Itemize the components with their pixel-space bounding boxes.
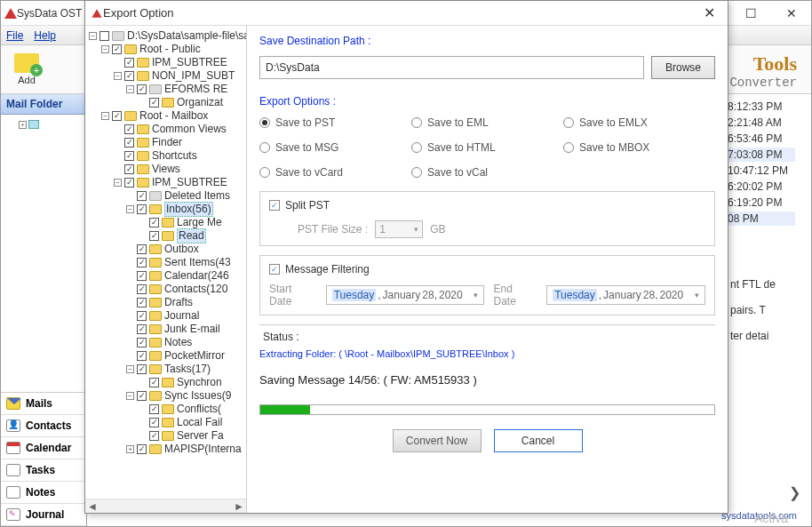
tree-checkbox[interactable]	[149, 418, 159, 427]
tree-node[interactable]: IPM_SUBTREE	[89, 56, 246, 69]
tree-checkbox[interactable]	[124, 151, 134, 161]
tree-node[interactable]: Finder	[89, 136, 246, 149]
collapse-icon[interactable]: −	[101, 45, 109, 53]
menu-file[interactable]: File	[6, 29, 23, 42]
tree-checkbox[interactable]	[112, 44, 122, 54]
tree-checkbox[interactable]	[124, 71, 134, 81]
tree-checkbox[interactable]	[112, 111, 122, 121]
time-row[interactable]: 7:03:08 PM	[724, 148, 795, 162]
time-row[interactable]: 6:20:02 PM	[724, 180, 795, 194]
tree-node[interactable]: PocketMirror	[89, 349, 246, 363]
tree-node[interactable]: Read	[89, 229, 246, 243]
collapse-icon[interactable]: −	[114, 179, 122, 187]
export-option[interactable]: Save to PST	[259, 116, 411, 129]
time-row[interactable]: 10:47:12 PM	[724, 164, 795, 178]
cancel-button[interactable]: Cancel	[494, 429, 583, 452]
export-option[interactable]: Save to HTML	[411, 141, 563, 154]
tree-checkbox[interactable]	[149, 98, 159, 108]
tree-node[interactable]: Outbox	[89, 243, 246, 256]
time-row[interactable]: 6:19:20 PM	[724, 196, 795, 210]
start-date-picker[interactable]: Tuesday , January 28, 2020	[326, 285, 485, 305]
tree-node[interactable]: −Root - Mailbox	[89, 109, 246, 123]
tree-checkbox[interactable]	[124, 58, 134, 68]
tree-checkbox[interactable]	[137, 271, 147, 281]
maximize-button[interactable]: ☐	[731, 1, 771, 26]
tree-node[interactable]: Large Me	[89, 216, 246, 229]
menu-help[interactable]: Help	[34, 29, 56, 42]
tree-checkbox[interactable]	[100, 31, 109, 41]
tree-checkbox[interactable]	[137, 364, 147, 374]
collapse-icon[interactable]: −	[126, 365, 134, 373]
time-row[interactable]: 2:21:48 AM	[724, 116, 795, 130]
convert-button[interactable]: Convert Now	[393, 429, 482, 452]
close-button[interactable]: ✕	[771, 1, 811, 26]
nav-tasks[interactable]: Tasks	[1, 459, 86, 482]
tree-node[interactable]: Contacts(120	[89, 283, 246, 296]
tree-node[interactable]: Shortcuts	[89, 149, 246, 163]
time-row[interactable]: 8:12:33 PM	[724, 100, 795, 114]
tree-checkbox[interactable]	[137, 258, 147, 267]
tree-checkbox[interactable]	[137, 191, 147, 201]
collapse-icon[interactable]: −	[126, 85, 134, 93]
tree-node[interactable]: −EFORMS RE	[89, 83, 246, 96]
tree-node[interactable]: Sent Items(43	[89, 256, 246, 269]
tree-checkbox[interactable]	[124, 164, 134, 174]
tree-node[interactable]: Drafts	[89, 296, 246, 309]
end-date-picker[interactable]: Tuesday , January 28, 2020	[546, 285, 705, 305]
nav-calendar[interactable]: Calendar	[1, 437, 86, 459]
tree-hscrollbar[interactable]: ◄►	[85, 499, 246, 513]
scroll-right-icon[interactable]: ❯	[789, 484, 800, 501]
tree-node[interactable]: Journal	[89, 309, 246, 323]
tree-node[interactable]: −Sync Issues(9	[89, 389, 246, 403]
collapse-icon[interactable]: −	[114, 72, 122, 80]
split-pst-checkbox[interactable]	[269, 200, 280, 211]
nav-contacts[interactable]: Contacts	[1, 415, 86, 437]
tree-node[interactable]: Synchron	[89, 376, 246, 389]
save-path-input[interactable]: D:\SysData	[259, 56, 644, 79]
export-option[interactable]: Save to EMLX	[563, 116, 715, 129]
time-row[interactable]: 6:53:46 PM	[724, 132, 795, 146]
tree-node[interactable]: −IPM_SUBTREE	[89, 176, 246, 189]
tree-checkbox[interactable]	[137, 204, 147, 214]
expand-icon[interactable]: +	[126, 445, 134, 453]
tree-node[interactable]: −Root - Public	[89, 43, 246, 56]
nav-mails[interactable]: Mails	[1, 393, 86, 415]
expand-icon[interactable]: +	[19, 121, 27, 129]
tree-node[interactable]: Notes	[89, 336, 246, 349]
tree-checkbox[interactable]	[137, 324, 147, 334]
pst-size-select[interactable]: 1	[375, 220, 423, 238]
tree-checkbox[interactable]	[149, 231, 159, 241]
nav-journal[interactable]: Journal	[1, 504, 86, 526]
collapse-icon[interactable]: −	[101, 112, 109, 120]
tree-node[interactable]: −Inbox(56)	[89, 203, 246, 216]
tree-node[interactable]: −NON_IPM_SUBT	[89, 69, 246, 83]
tree-node[interactable]: Junk E-mail	[89, 323, 246, 336]
tree-checkbox[interactable]	[149, 218, 159, 228]
tree-checkbox[interactable]	[137, 444, 147, 454]
tree-checkbox[interactable]	[137, 311, 147, 321]
tree-node[interactable]: Local Fail	[89, 416, 246, 429]
folder-tree[interactable]: −D:\SysData\sample-file\sa−Root - Public…	[85, 26, 246, 474]
tree-checkbox[interactable]	[137, 244, 147, 254]
tree-checkbox[interactable]	[137, 391, 147, 401]
export-option[interactable]: Save to EML	[411, 116, 563, 129]
tree-node[interactable]: +MAPISP(Interna	[89, 443, 246, 456]
tree-node[interactable]: −Tasks(17)	[89, 363, 246, 376]
add-button[interactable]: Add	[4, 53, 49, 85]
nav-notes[interactable]: Notes	[1, 482, 86, 504]
tree-checkbox[interactable]	[124, 178, 134, 188]
tree-node[interactable]: Calendar(246	[89, 269, 246, 283]
export-option[interactable]: Save to vCal	[411, 166, 563, 179]
tree-node[interactable]: Organizat	[89, 96, 246, 109]
tree-node[interactable]: Conflicts(	[89, 403, 246, 416]
export-option[interactable]: Save to MSG	[259, 141, 411, 154]
export-option[interactable]: Save to MBOX	[563, 141, 715, 154]
tree-checkbox[interactable]	[149, 404, 159, 414]
message-filter-checkbox[interactable]	[269, 264, 280, 275]
tree-checkbox[interactable]	[124, 138, 134, 148]
tree-node[interactable]: Deleted Items	[89, 189, 246, 203]
collapse-icon[interactable]: −	[126, 205, 134, 213]
tree-node[interactable]: Views	[89, 163, 246, 176]
tree-checkbox[interactable]	[149, 378, 159, 387]
collapse-icon[interactable]: −	[89, 32, 97, 40]
